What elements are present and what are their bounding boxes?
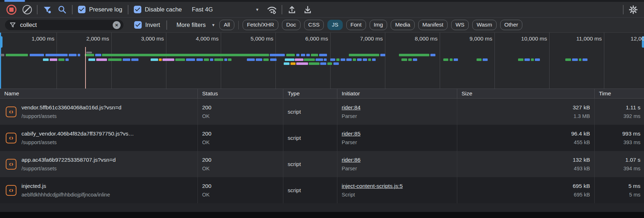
timeline-tick-label: 11,000 ms <box>550 35 602 42</box>
column-header-name[interactable]: Name <box>0 89 198 98</box>
requests-table-body: ‹›vendor.5ffb61c33604068a016d.js?vsn=d/s… <box>0 99 644 203</box>
timeline-gridline <box>604 33 604 89</box>
request-type: script <box>288 161 333 167</box>
waterfall-bar <box>69 54 77 56</box>
initiator-link[interactable]: rider:85 <box>342 131 453 137</box>
waterfall-bar <box>270 58 277 61</box>
disable-cache-checkbox[interactable] <box>134 6 141 13</box>
export-har-button[interactable] <box>301 3 314 16</box>
waterfall-bar <box>108 58 122 61</box>
filter-pill-js[interactable]: JS <box>327 20 342 30</box>
import-har-button[interactable] <box>286 3 298 16</box>
timeline-tick-label: 12,000 ms <box>605 35 644 42</box>
search-button[interactable] <box>56 3 69 16</box>
filter-pill-fetch-xhr[interactable]: Fetch/XHR <box>243 20 278 30</box>
preserve-log-checkbox[interactable] <box>78 6 86 13</box>
initiator-cell: rider:86Parser <box>337 151 457 177</box>
more-filters-button[interactable]: More filters ▾ <box>176 22 214 28</box>
more-filters-label: More filters <box>176 22 206 28</box>
network-conditions-button[interactable] <box>265 3 278 16</box>
status-code: 200 <box>202 104 279 111</box>
request-row[interactable]: ‹›injected.jsaeblfdkhhhdcdjpifhhbdiojplf… <box>0 177 644 203</box>
invert-label[interactable]: Invert <box>145 22 160 28</box>
filter-pill-other[interactable]: Other <box>500 20 523 30</box>
preserve-log-label[interactable]: Preserve log <box>89 6 122 13</box>
filter-toggle-button[interactable] <box>41 3 54 16</box>
waterfall-bar <box>131 58 138 61</box>
initiator-link[interactable]: rider:84 <box>342 104 453 111</box>
initiator-link[interactable]: inject-content-scripts.js:5 <box>342 183 453 189</box>
column-header-size[interactable]: Size <box>457 89 595 98</box>
waterfall-bar <box>301 54 305 56</box>
time-latency: 392 ms <box>623 113 640 119</box>
filter-pill-manifest[interactable]: Manifest <box>418 20 448 30</box>
request-row[interactable]: ‹›app.ac43fa6b972253358707.js?vsn=d/supp… <box>0 151 644 177</box>
initiator-type: Parser <box>342 139 453 145</box>
record-icon <box>6 5 16 15</box>
filter-input[interactable] <box>19 21 113 29</box>
throttling-value: Fast 4G <box>192 6 213 13</box>
waterfall-bar <box>316 58 323 61</box>
waterfall-bar <box>304 58 315 61</box>
initiator-type: Parser <box>342 113 453 119</box>
initiator-link[interactable]: rider:86 <box>342 157 453 163</box>
load-event-marker <box>85 47 86 89</box>
throttling-select[interactable]: Fast 4G ▾ <box>192 6 258 13</box>
filter-pill-img[interactable]: Img <box>370 20 387 30</box>
script-file-icon: ‹› <box>6 185 16 196</box>
timeline-gridline <box>385 33 385 89</box>
request-row[interactable]: ‹›cabify_vendor.406b4f82da7ff3797750.js?… <box>0 125 644 151</box>
brush-left-handle[interactable] <box>0 36 3 48</box>
invert-checkbox[interactable] <box>134 21 142 29</box>
filter-pill-ws[interactable]: WS <box>451 20 469 30</box>
network-conditions-icon <box>267 5 277 15</box>
waterfall-bar <box>65 58 69 61</box>
waterfall-bar <box>477 58 482 61</box>
request-row[interactable]: ‹›vendor.5ffb61c33604068a016d.js?vsn=d/s… <box>0 99 644 125</box>
size-transferred: 132 kB <box>573 157 590 163</box>
filter-pill-wasm[interactable]: Wasm <box>472 20 496 30</box>
time-latency: 394 ms <box>623 166 640 171</box>
filter-pill-doc[interactable]: Doc <box>282 20 301 30</box>
filter-pill-css[interactable]: CSS <box>304 20 324 30</box>
clear-button[interactable] <box>21 3 34 16</box>
size-cell: 96.4 kB455 kB <box>457 125 595 151</box>
column-header-time[interactable]: Time <box>595 89 644 98</box>
waterfall-bar <box>256 58 262 61</box>
size-transferred: 695 kB <box>573 183 590 189</box>
request-name: cabify_vendor.406b4f82da7ff3797750.js?vs… <box>21 131 134 137</box>
time-total: 1.07 s <box>625 157 640 163</box>
filter-funnel-icon <box>9 22 16 28</box>
type-cell: script <box>283 99 337 125</box>
resource-type-filters: AllFetch/XHRDocCSSJSFontImgMediaManifest… <box>219 20 522 30</box>
status-cell: 200OK <box>198 125 283 151</box>
waterfall-bar <box>43 58 49 61</box>
waterfall-bar <box>295 58 303 61</box>
filter-pill-all[interactable]: All <box>219 20 234 30</box>
filter-pill-font[interactable]: Font <box>346 20 366 30</box>
name-cell: ‹›app.ac43fa6b972253358707.js?vsn=d/supp… <box>0 151 198 177</box>
time-latency: 393 ms <box>623 139 640 145</box>
column-header-initiator[interactable]: Initiator <box>337 89 457 98</box>
settings-button[interactable] <box>627 3 640 16</box>
type-cell: script <box>283 151 337 177</box>
timeline-tick-label: 10,000 ms <box>495 35 547 42</box>
column-header-type[interactable]: Type <box>283 89 337 98</box>
tab-strip-sliver <box>0 0 644 2</box>
waterfall-bar <box>151 58 158 61</box>
record-button[interactable] <box>5 3 18 16</box>
column-header-status[interactable]: Status <box>198 89 283 98</box>
network-overview-timeline[interactable]: 1,000 ms2,000 ms3,000 ms4,000 ms5,000 ms… <box>0 33 644 89</box>
disable-cache-label[interactable]: Disable cache <box>145 6 182 13</box>
filter-input-box[interactable]: × <box>5 20 123 30</box>
waterfall-bar <box>162 58 174 61</box>
waterfall-bar <box>572 58 578 61</box>
download-icon <box>303 5 312 14</box>
disable-cache-group: Disable cache <box>134 6 182 13</box>
clear-filter-icon[interactable]: × <box>113 21 121 29</box>
waterfall-bar <box>401 58 407 61</box>
next-row-sliver <box>0 203 644 212</box>
waterfall-bar <box>296 62 308 65</box>
waterfall-bar <box>531 58 534 61</box>
filter-pill-media[interactable]: Media <box>391 20 414 30</box>
